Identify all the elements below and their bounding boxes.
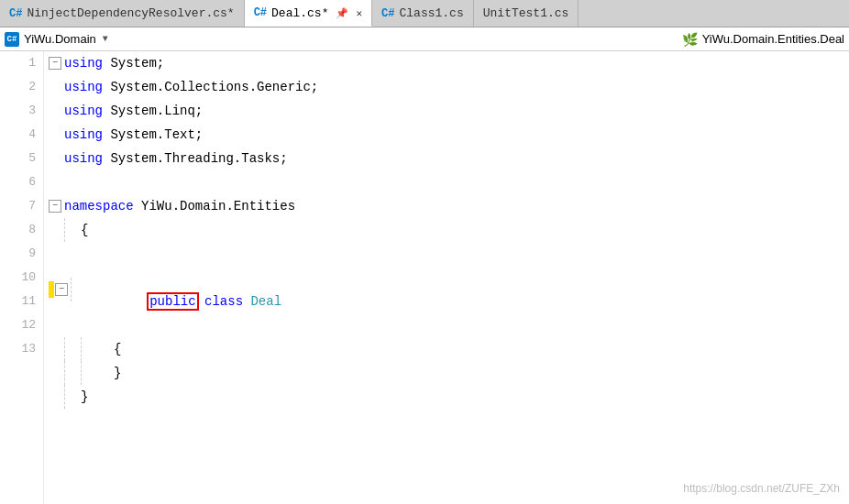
code-line-1: − using System;: [49, 51, 849, 75]
collapse-btn-9[interactable]: −: [55, 283, 68, 296]
entity-icon: 🌿: [682, 32, 698, 47]
code-line-12: }: [49, 385, 849, 409]
collapse-btn-1[interactable]: −: [49, 57, 61, 70]
code-line-4: using System.Text;: [49, 123, 849, 147]
indent-9: [71, 278, 87, 301]
breadcrumb-namespace[interactable]: YiWu.Domain: [24, 32, 96, 46]
code-line-8: {: [49, 218, 849, 242]
code-line-6: [49, 170, 849, 194]
breadcrumb-bar: C# YiWu.Domain ▼ 🌿 YiWu.Domain.Entities.…: [0, 27, 849, 51]
breadcrumb-dropdown-icon[interactable]: ▼: [103, 34, 108, 44]
line-num-3: 3: [7, 99, 36, 123]
bookmark-9: [49, 281, 54, 298]
line-num-9: 9: [7, 242, 36, 266]
tab-unittest1[interactable]: UnitTest1.cs: [474, 0, 579, 27]
tab-bar: C# NinjectDependencyResolver.cs* C# Deal…: [0, 0, 849, 27]
line-12-content: }: [81, 385, 88, 409]
code-line-7: − namespace YiWu.Domain.Entities: [49, 194, 849, 218]
indent-10b: [81, 337, 97, 361]
code-area[interactable]: − using System; using System.Collections…: [44, 51, 849, 504]
line-num-5: 5: [7, 147, 36, 170]
line-5-content: using System.Threading.Tasks;: [64, 147, 288, 170]
collapse-btn-7[interactable]: −: [49, 200, 61, 213]
line-11-content: }: [97, 361, 121, 385]
tab-ninject[interactable]: C# NinjectDependencyResolver.cs*: [0, 0, 245, 27]
editor-container: 1 2 3 4 5 6 7 8 9 10 11 12 13 − using Sy…: [0, 51, 849, 504]
tab-deal-pin-icon[interactable]: 📌: [336, 7, 348, 19]
line-num-7: 7: [7, 194, 36, 218]
line-num-6: 6: [7, 170, 36, 194]
code-line-10: {: [49, 337, 849, 361]
tab-unittest1-label: UnitTest1.cs: [483, 6, 569, 20]
tab-class1[interactable]: C# Class1.cs: [372, 0, 474, 27]
breadcrumb-left: C# YiWu.Domain ▼: [5, 32, 677, 47]
tab-deal-label: Deal.cs*: [271, 6, 328, 20]
indent-8: [64, 218, 81, 242]
line-num-13: 13: [7, 337, 36, 361]
cs-icon-class1: C#: [381, 7, 394, 20]
code-line-5: using System.Threading.Tasks;: [49, 147, 849, 170]
line-num-1: 1: [7, 51, 36, 75]
line-num-11: 11: [7, 290, 36, 313]
indent-10a: [64, 337, 81, 361]
breadcrumb-entity: YiWu.Domain.Entities.Deal: [702, 32, 844, 46]
tab-deal-close-icon[interactable]: ✕: [356, 7, 362, 19]
indent-11a: [64, 361, 81, 385]
tab-deal[interactable]: C# Deal.cs* 📌 ✕: [245, 0, 372, 27]
cs-icon: C#: [9, 7, 22, 20]
line-3-content: using System.Linq;: [64, 99, 203, 123]
indent-11b: [81, 361, 97, 385]
code-line-13: [49, 409, 849, 433]
line-1-content: using System;: [64, 51, 164, 75]
line-10-content: {: [97, 337, 121, 361]
tab-ninject-label: NinjectDependencyResolver.cs*: [27, 6, 234, 20]
line-8-content: {: [81, 218, 88, 242]
line-num-4: 4: [7, 123, 36, 147]
cs-icon-deal: C#: [254, 6, 267, 19]
breadcrumb-cs-icon: C#: [5, 32, 19, 47]
line-7-content: namespace YiWu.Domain.Entities: [64, 194, 295, 218]
code-line-3: using System.Linq;: [49, 99, 849, 123]
line-9-content: public class Deal: [87, 242, 281, 337]
code-line-9: − public class Deal: [49, 242, 849, 337]
breadcrumb-right: 🌿 YiWu.Domain.Entities.Deal: [682, 32, 844, 47]
line-num-12: 12: [7, 313, 36, 337]
line-4-content: using System.Text;: [64, 123, 203, 147]
watermark: https://blog.csdn.net/ZUFE_ZXh: [683, 482, 840, 495]
line-2-content: using System.Collections.Generic;: [64, 75, 318, 99]
highlight-public: public: [149, 294, 196, 309]
indent-12: [64, 385, 81, 409]
line-num-10: 10: [7, 266, 36, 290]
line-numbers: 1 2 3 4 5 6 7 8 9 10 11 12 13: [0, 51, 44, 504]
code-line-11: }: [49, 361, 849, 385]
tab-class1-label: Class1.cs: [400, 6, 464, 20]
code-line-2: using System.Collections.Generic;: [49, 75, 849, 99]
line-num-2: 2: [7, 75, 36, 99]
line-num-8: 8: [7, 218, 36, 242]
